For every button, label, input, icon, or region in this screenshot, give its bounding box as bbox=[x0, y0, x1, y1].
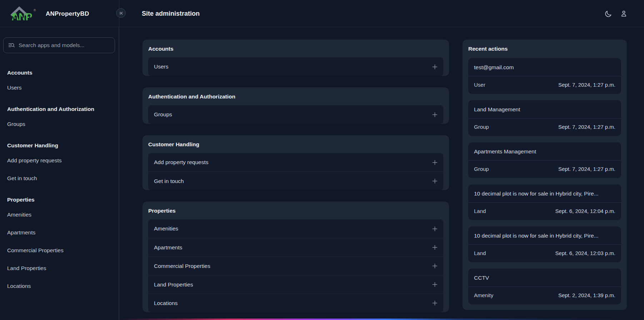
model-link[interactable]: Locations bbox=[154, 300, 178, 306]
moon-icon bbox=[605, 10, 612, 17]
model-link[interactable]: Commercial Properties bbox=[154, 263, 210, 269]
model-row-groups[interactable]: Groups bbox=[148, 105, 443, 124]
trademark-symbol: ® bbox=[34, 9, 36, 12]
entry-timestamp: Sept. 7, 2024, 1:27 p.m. bbox=[558, 166, 615, 172]
model-row-apartments[interactable]: Apartments bbox=[148, 238, 443, 256]
sidebar: AccountsUsersAuthentication and Authoriz… bbox=[0, 27, 119, 320]
entry-meta: UserSept. 7, 2024, 1:27 p.m. bbox=[468, 76, 621, 94]
model-link[interactable]: Apartments bbox=[154, 244, 182, 251]
brand-name: ANPropertyBD bbox=[46, 10, 89, 17]
search-input[interactable] bbox=[19, 42, 110, 49]
sidebar-section-header: Properties bbox=[7, 197, 111, 206]
sidebar-section-accounts: AccountsUsers bbox=[7, 70, 111, 97]
recent-action-entry[interactable]: 10 decimal plot is now for sale in Hybri… bbox=[468, 184, 621, 220]
entry-type: Amenity bbox=[474, 292, 493, 298]
add-button[interactable] bbox=[431, 159, 438, 166]
add-button[interactable] bbox=[431, 225, 438, 232]
sidebar-item-apartments[interactable]: Apartments bbox=[7, 224, 111, 242]
add-button[interactable] bbox=[431, 244, 438, 251]
sidebar-item-land-properties[interactable]: Land Properties bbox=[7, 259, 111, 277]
sidebar-item-commercial-properties[interactable]: Commercial Properties bbox=[7, 242, 111, 259]
add-icon bbox=[431, 111, 438, 118]
card-title: Properties bbox=[143, 202, 449, 219]
add-button[interactable] bbox=[431, 300, 438, 306]
recent-action-entry[interactable]: Apartments ManagementGroupSept. 7, 2024,… bbox=[468, 142, 621, 178]
entry-type: Land bbox=[474, 250, 486, 256]
add-icon bbox=[431, 281, 438, 288]
search-box[interactable] bbox=[3, 37, 115, 53]
sidebar-item-users[interactable]: Users bbox=[7, 79, 111, 97]
sidebar-item-add-property-requests[interactable]: Add property requests bbox=[7, 152, 111, 169]
app-header: ANP ® ANPropertyBD Site administration bbox=[0, 0, 644, 27]
sidebar-item-groups[interactable]: Groups bbox=[7, 115, 111, 133]
bottom-gradient-bar bbox=[119, 319, 632, 320]
add-icon bbox=[431, 64, 438, 70]
add-button[interactable] bbox=[431, 64, 438, 70]
sidebar-item-amenities[interactable]: Amenities bbox=[7, 206, 111, 224]
model-row-land-properties[interactable]: Land Properties bbox=[148, 275, 443, 294]
add-icon bbox=[431, 263, 438, 269]
recent-actions-card: Recent actions test@gmail.comUserSept. 7… bbox=[463, 40, 627, 310]
brand[interactable]: ANP ® ANPropertyBD bbox=[9, 5, 89, 23]
app-card-customer-handling: Customer HandlingAdd property requestsGe… bbox=[143, 135, 449, 190]
recent-action-entry[interactable]: 10 decimal plot is now for sale in Hybri… bbox=[468, 227, 621, 262]
theme-toggle-button[interactable] bbox=[605, 10, 612, 17]
card-title: Customer Handling bbox=[143, 135, 449, 153]
add-button[interactable] bbox=[431, 111, 438, 118]
add-button[interactable] bbox=[431, 263, 438, 269]
add-button[interactable] bbox=[431, 178, 438, 184]
model-link[interactable]: Amenities bbox=[154, 225, 178, 232]
sidebar-collapse-button[interactable] bbox=[116, 8, 126, 18]
entry-timestamp: Sept. 7, 2024, 1:27 p.m. bbox=[558, 124, 615, 130]
recent-action-entry[interactable]: test@gmail.comUserSept. 7, 2024, 1:27 p.… bbox=[468, 58, 621, 94]
sidebar-nav: AccountsUsersAuthentication and Authoriz… bbox=[0, 53, 119, 311]
entry-meta: LandSept. 6, 2024, 12:04 p.m. bbox=[468, 203, 621, 220]
model-row-locations[interactable]: Locations bbox=[148, 294, 443, 312]
model-row-commercial-properties[interactable]: Commercial Properties bbox=[148, 256, 443, 275]
add-icon bbox=[431, 225, 438, 232]
entry-meta: GroupSept. 7, 2024, 1:27 p.m. bbox=[468, 118, 621, 136]
model-link[interactable]: Groups bbox=[154, 111, 172, 118]
main-content: AccountsUsersAuthentication and Authoriz… bbox=[119, 27, 644, 320]
add-icon bbox=[431, 178, 438, 184]
entry-meta: GroupSept. 7, 2024, 1:27 p.m. bbox=[468, 161, 621, 178]
model-link[interactable]: Add property requests bbox=[154, 159, 209, 166]
sidebar-section-authentication-and-authorization: Authentication and AuthorizationGroups bbox=[7, 106, 111, 133]
add-button[interactable] bbox=[431, 281, 438, 288]
sidebar-section-header: Accounts bbox=[7, 70, 111, 79]
sidebar-section-properties: PropertiesAmenitiesApartmentsCommercial … bbox=[7, 197, 111, 295]
model-row-add-property-requests[interactable]: Add property requests bbox=[148, 153, 443, 172]
entry-title: 10 decimal plot is now for sale in Hybri… bbox=[468, 227, 621, 245]
app-cards-column: AccountsUsersAuthentication and Authoriz… bbox=[143, 40, 449, 320]
sidebar-item-get-in-touch[interactable]: Get in touch bbox=[7, 169, 111, 187]
model-link[interactable]: Users bbox=[154, 64, 168, 70]
sidebar-divider bbox=[119, 0, 119, 320]
brand-logo: ANP ® bbox=[9, 5, 37, 23]
model-row-amenities[interactable]: Amenities bbox=[148, 219, 443, 238]
user-menu-button[interactable] bbox=[620, 10, 628, 17]
entry-meta: AmenitySept. 2, 2024, 1:39 p.m. bbox=[468, 287, 621, 304]
entry-title: test@gmail.com bbox=[468, 58, 621, 76]
entry-title: Apartments Management bbox=[468, 142, 621, 161]
sidebar-item-locations[interactable]: Locations bbox=[7, 277, 111, 295]
model-list: Users bbox=[148, 57, 443, 76]
model-row-users[interactable]: Users bbox=[148, 57, 443, 76]
model-row-get-in-touch[interactable]: Get in touch bbox=[148, 172, 443, 190]
entry-type: User bbox=[474, 82, 485, 88]
add-icon bbox=[431, 244, 438, 251]
recent-action-entry[interactable]: CCTVAmenitySept. 2, 2024, 1:39 p.m. bbox=[468, 269, 621, 304]
sidebar-section-header: Customer Handling bbox=[7, 142, 111, 152]
sidebar-section-header: Authentication and Authorization bbox=[7, 106, 111, 115]
entry-timestamp: Sept. 6, 2024, 12:03 p.m. bbox=[555, 250, 615, 256]
model-link[interactable]: Get in touch bbox=[154, 178, 184, 184]
entry-type: Land bbox=[474, 208, 486, 214]
entry-timestamp: Sept. 6, 2024, 12:04 p.m. bbox=[555, 208, 615, 214]
model-list: AmenitiesApartmentsCommercial Properties… bbox=[148, 219, 443, 312]
model-link[interactable]: Land Properties bbox=[154, 281, 193, 288]
card-title: Authentication and Authorization bbox=[143, 87, 449, 105]
app-card-properties: PropertiesAmenitiesApartmentsCommercial … bbox=[143, 202, 449, 312]
entry-title: CCTV bbox=[468, 269, 621, 287]
entry-timestamp: Sept. 2, 2024, 1:39 p.m. bbox=[558, 292, 615, 298]
app-card-accounts: AccountsUsers bbox=[143, 40, 449, 76]
recent-action-entry[interactable]: Land ManagementGroupSept. 7, 2024, 1:27 … bbox=[468, 100, 621, 136]
